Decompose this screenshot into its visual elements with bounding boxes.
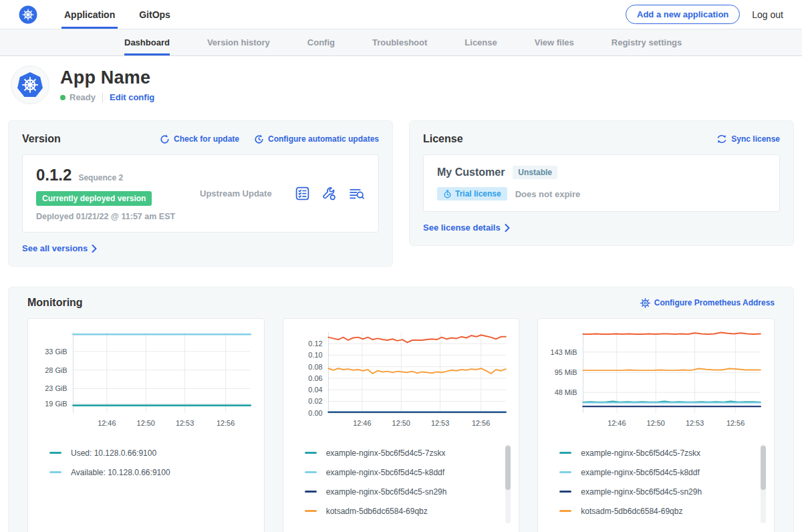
svg-text:12:46: 12:46 xyxy=(353,419,371,427)
svg-text:19 GiB: 19 GiB xyxy=(45,400,67,408)
legend-label: example-nginx-5bc6f5d4c5-7zskx xyxy=(581,448,700,458)
subnav-tab-config[interactable]: Config xyxy=(307,29,335,55)
svg-text:0.02: 0.02 xyxy=(308,397,322,405)
legend-scrollbar-track[interactable] xyxy=(505,444,511,523)
topnav-tabs: ApplicationGitOps xyxy=(52,0,182,29)
legend-label: example-nginx-5bc6f5d4c5-sn29h xyxy=(326,487,447,497)
svg-text:0.12: 0.12 xyxy=(308,340,322,348)
legend-color-dash xyxy=(559,452,571,454)
sync-license-link[interactable]: Sync license xyxy=(716,134,780,144)
configure-prometheus-label: Configure Prometheus Address xyxy=(654,298,775,307)
svg-text:28 GiB: 28 GiB xyxy=(45,366,67,374)
svg-text:0.08: 0.08 xyxy=(308,363,322,371)
legend-label: kotsadm-5db6dc6584-69qbz xyxy=(581,507,682,516)
version-card-header: Version Check for update Configure au xyxy=(22,133,379,145)
svg-text:0.00: 0.00 xyxy=(308,409,322,417)
see-license-details-row: See license details xyxy=(423,221,780,233)
current-version-info: 0.1.2 Sequence 2 Currently deployed vers… xyxy=(36,166,193,221)
cpu-usage-plot: 0.120.100.080.060.040.020.0012:4612:5012… xyxy=(290,325,513,436)
disk-usage-legend: Used: 10.128.0.66:9100Available: 10.128.… xyxy=(35,443,257,529)
sequence-label: Sequence 2 xyxy=(78,173,123,182)
svg-text:0.10: 0.10 xyxy=(308,351,322,359)
version-card-title: Version xyxy=(22,133,61,145)
see-license-details-label: See license details xyxy=(423,223,501,233)
expiry-label: Does not expire xyxy=(515,189,581,199)
version-number: 0.1.2 xyxy=(36,166,72,184)
see-all-versions-label: See all versions xyxy=(22,243,88,253)
svg-text:12:56: 12:56 xyxy=(472,419,490,427)
svg-text:12:50: 12:50 xyxy=(137,419,155,427)
configure-prometheus-link[interactable]: Configure Prometheus Address xyxy=(640,298,775,308)
log-out-button[interactable]: Log out xyxy=(752,9,783,20)
subnav-tab-registry-settings[interactable]: Registry settings xyxy=(612,29,682,55)
svg-text:12:56: 12:56 xyxy=(726,419,745,427)
legend-color-dash xyxy=(305,471,317,473)
svg-text:12:53: 12:53 xyxy=(686,419,704,427)
chart-card-disk-usage: 33 GiB28 GiB23 GiB19 GiB12:4612:5012:531… xyxy=(27,318,265,532)
see-license-details-link[interactable]: See license details xyxy=(423,223,510,233)
topnav-tab-gitops[interactable]: GitOps xyxy=(136,0,173,29)
svg-text:12:53: 12:53 xyxy=(431,419,449,427)
deploy-logs-icon[interactable] xyxy=(348,186,365,201)
legend-item: kotsadm-5db6dc6584-69qbz xyxy=(559,501,767,521)
see-all-versions-row: See all versions xyxy=(22,242,379,254)
legend-scrollbar-thumb[interactable] xyxy=(761,446,766,490)
charts-row: 33 GiB28 GiB23 GiB19 GiB12:4612:5012:531… xyxy=(19,318,783,532)
configure-automatic-updates-link[interactable]: Configure automatic updates xyxy=(254,134,379,144)
app-subnav: DashboardVersion historyConfigTroublesho… xyxy=(0,29,802,56)
legend-scrollbar-thumb[interactable] xyxy=(505,446,511,490)
memory-usage-plot: 143 MiB95 MiB48 MiB12:4612:5012:5312:56 xyxy=(545,325,767,436)
license-name-row: My Customer Unstable xyxy=(437,166,766,179)
legend-color-dash xyxy=(49,452,61,454)
trial-license-badge: Trial license xyxy=(437,187,507,201)
chevron-right-icon xyxy=(92,245,97,253)
monitoring-title: Monitoring xyxy=(27,297,83,309)
subnav-tab-troubleshoot[interactable]: Troubleshoot xyxy=(372,29,427,55)
legend-label: kotsadm-5db6dc6584-69qbz xyxy=(326,507,428,516)
sync-license-label: Sync license xyxy=(731,134,780,144)
legend-label: example-nginx-5bc6f5d4c5-7zskx xyxy=(326,448,446,458)
cards-row: Version Check for update Configure au xyxy=(0,115,802,267)
svg-text:23 GiB: 23 GiB xyxy=(45,384,67,392)
disk-usage-plot: 33 GiB28 GiB23 GiB19 GiB12:4612:5012:531… xyxy=(35,325,257,436)
edit-config-link[interactable]: Edit config xyxy=(110,92,154,102)
edit-config-icon[interactable] xyxy=(321,186,337,201)
svg-text:0.04: 0.04 xyxy=(308,386,322,394)
legend-item: example-nginx-5bc6f5d4c5-k8ddf xyxy=(305,462,513,482)
kubernetes-logo xyxy=(19,0,37,29)
legend-item: example-nginx-5bc6f5d4c5-k8ddf xyxy=(559,462,767,482)
subnav-tab-view-files[interactable]: View files xyxy=(535,29,574,55)
svg-text:95 MiB: 95 MiB xyxy=(555,368,577,376)
topnav-tab-application[interactable]: Application xyxy=(61,0,118,29)
legend-color-dash xyxy=(305,491,317,493)
subnav-tab-license[interactable]: License xyxy=(464,29,497,55)
preflight-checks-icon[interactable] xyxy=(295,186,310,201)
version-line: 0.1.2 Sequence 2 xyxy=(36,166,193,184)
legend-item: example-nginx-5bc6f5d4c5-sn29h xyxy=(559,482,767,501)
app-kubernetes-icon xyxy=(15,70,45,100)
stopwatch-icon xyxy=(443,190,452,198)
app-header: App Name Ready Edit config xyxy=(0,56,802,115)
subnav-tab-version-history[interactable]: Version history xyxy=(207,29,270,55)
legend-label: Available: 10.128.0.66:9100 xyxy=(71,468,170,477)
license-info-box: My Customer Unstable Trial license Does … xyxy=(423,154,780,212)
sync-icon xyxy=(716,134,727,144)
add-new-application-button[interactable]: Add a new application xyxy=(626,5,740,24)
svg-text:12:46: 12:46 xyxy=(98,419,116,427)
divider xyxy=(102,93,103,102)
legend-scrollbar-track[interactable] xyxy=(761,444,766,523)
check-for-update-link[interactable]: Check for update xyxy=(160,134,239,144)
app-meta: App Name Ready Edit config xyxy=(60,68,154,102)
see-all-versions-link[interactable]: See all versions xyxy=(22,243,97,253)
legend-color-dash xyxy=(305,510,317,512)
gear-icon xyxy=(640,298,650,308)
legend-item: example-nginx-5bc6f5d4c5-7zskx xyxy=(305,443,513,462)
current-version-box: 0.1.2 Sequence 2 Currently deployed vers… xyxy=(22,154,379,233)
legend-color-dash xyxy=(49,471,61,473)
currently-deployed-badge: Currently deployed version xyxy=(36,191,152,206)
legend-label: Used: 10.128.0.66:9100 xyxy=(71,448,156,458)
subnav-tab-dashboard[interactable]: Dashboard xyxy=(124,29,170,55)
legend-label: example-nginx-5bc6f5d4c5-sn29h xyxy=(581,487,702,497)
app-name-title: App Name xyxy=(60,68,154,88)
deployed-timestamp: Deployed 01/21/22 @ 11:57 am EST xyxy=(36,212,193,221)
